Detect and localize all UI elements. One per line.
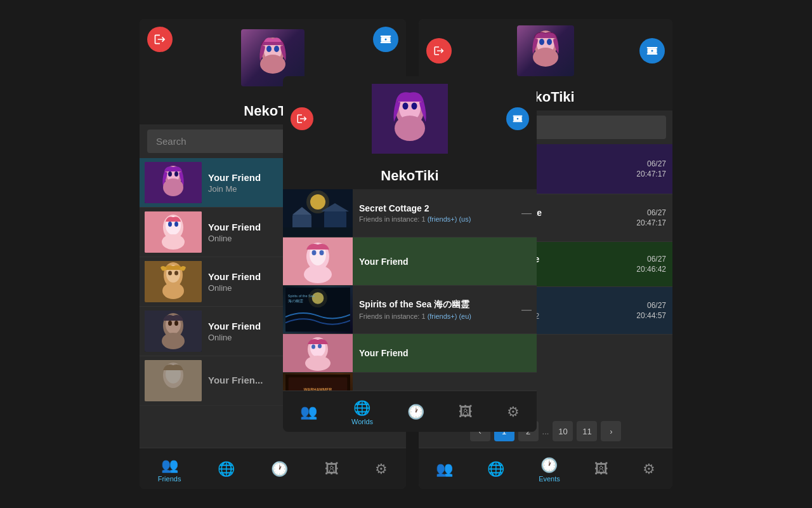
logout-button[interactable] <box>147 27 173 52</box>
right-logout-button[interactable] <box>426 38 452 64</box>
middle-logout-button[interactable] <box>291 107 313 130</box>
event-date: 06/27 <box>636 208 666 217</box>
svg-point-65 <box>318 344 322 349</box>
nav-settings[interactable]: ⚙ <box>367 458 395 481</box>
right-nav-settings[interactable]: ⚙ <box>635 458 663 481</box>
svg-rect-5 <box>381 36 391 37</box>
svg-text:WARHAMMER: WARHAMMER <box>304 387 332 391</box>
event-date: 06/27 <box>636 301 666 310</box>
world-item[interactable]: Spirits of the Sea 海の幽霊 Spirits of the S… <box>283 286 537 334</box>
world-name: Spirits of the Sea 海の幽霊 <box>359 299 515 311</box>
right-nav-gallery[interactable]: 🖼 <box>587 458 616 481</box>
page-ellipsis: ... <box>542 427 549 436</box>
event-time: 06/27 20:47:17 <box>630 194 672 241</box>
nav-history[interactable]: 🕐 <box>263 458 296 481</box>
svg-point-75 <box>547 39 552 45</box>
svg-point-3 <box>274 46 279 52</box>
event-date: 06/27 <box>636 159 666 168</box>
friend-avatar <box>145 211 202 253</box>
nav-friends[interactable]: 👥 Friends <box>150 455 189 485</box>
friend-row-thumbnail <box>283 237 353 285</box>
svg-point-10 <box>168 171 172 177</box>
svg-point-66 <box>305 356 331 371</box>
friend-row-name: Your Friend <box>353 348 409 358</box>
nav-friends-label: Friends <box>158 475 181 483</box>
world-name: Secret Cottage 2 <box>359 203 515 213</box>
worlds-icon: 🌐 <box>218 461 235 478</box>
world-thumbnail: WARHAMMER 40,000 <box>283 373 353 391</box>
nav-worlds[interactable]: 🌐 <box>210 458 242 481</box>
right-nav-events[interactable]: 🕐 Events <box>531 455 568 485</box>
nav-gallery[interactable]: 🖼 <box>317 458 346 481</box>
world-item[interactable]: WARHAMMER 40,000 Vehicular Avatar World <box>283 373 537 391</box>
svg-point-30 <box>162 333 185 349</box>
settings-icon: ⚙ <box>643 461 655 478</box>
world-friends: Friends in instance: 1 (friends+) (eu) <box>359 312 515 320</box>
svg-point-22 <box>168 271 172 276</box>
friends-icon: 👥 <box>161 457 178 474</box>
world-dash: — <box>521 304 532 316</box>
gallery-icon: 🖼 <box>325 461 339 478</box>
right-nav-friends[interactable]: 👥 <box>428 458 461 481</box>
friend-avatar <box>145 360 202 401</box>
right-settings-button[interactable] <box>639 38 665 64</box>
settings-button[interactable] <box>373 27 398 52</box>
friend-row[interactable]: Your Friend <box>283 334 537 373</box>
middle-nav-history[interactable]: 🕐 <box>400 401 432 424</box>
svg-rect-40 <box>513 116 523 117</box>
friend-row-thumbnail <box>283 334 353 372</box>
middle-nav-gallery[interactable]: 🖼 <box>451 401 480 424</box>
middle-panel: NekoTiki Secret Cottage 2 Friends <box>283 76 537 432</box>
friend-avatar <box>145 311 202 352</box>
right-bottom-nav: 👥 🌐 🕐 Events 🖼 ⚙ <box>419 448 672 489</box>
history-icon: 🕐 <box>407 404 424 420</box>
friend-row-name: Your Friend <box>353 257 409 267</box>
svg-point-4 <box>260 55 285 74</box>
settings-icon: ⚙ <box>507 404 520 420</box>
page-11-button[interactable]: 11 <box>577 421 597 441</box>
page-next-button[interactable]: › <box>601 421 621 441</box>
svg-text:海の幽霊: 海の幽霊 <box>288 299 303 303</box>
gallery-icon: 🖼 <box>459 404 473 420</box>
svg-point-23 <box>174 271 178 276</box>
settings-icon: ⚙ <box>375 461 388 478</box>
middle-bottom-nav: 👥 🌐 Worlds 🕐 🖼 ⚙ <box>283 391 537 432</box>
svg-point-38 <box>412 103 417 110</box>
svg-point-12 <box>163 178 183 196</box>
middle-avatar <box>372 84 448 154</box>
svg-point-2 <box>266 46 272 52</box>
middle-worlds-label: Worlds <box>351 418 373 425</box>
world-info: Vehicular Avatar World <box>353 387 537 391</box>
right-avatar <box>517 25 574 76</box>
svg-point-29 <box>174 321 178 326</box>
svg-rect-77 <box>647 47 658 48</box>
svg-point-17 <box>174 222 178 227</box>
friends-icon: 👥 <box>300 404 317 420</box>
world-thumbnail: Spirits of the Sea 海の幽霊 <box>283 286 353 333</box>
right-nav-worlds[interactable]: 🌐 <box>480 458 512 481</box>
middle-username: NekoTiki <box>283 161 537 189</box>
world-info: Spirits of the Sea 海の幽霊 Friends in insta… <box>353 294 521 325</box>
svg-point-18 <box>162 234 185 250</box>
svg-point-24 <box>162 283 184 299</box>
svg-point-11 <box>174 171 178 177</box>
middle-settings-button[interactable] <box>506 107 529 130</box>
friend-row[interactable]: Your Friend <box>283 237 537 286</box>
svg-point-53 <box>312 250 317 255</box>
event-hour: 20:44:57 <box>636 311 666 320</box>
event-hour: 20:47:17 <box>636 218 666 227</box>
page-10-button[interactable]: 10 <box>553 421 573 441</box>
svg-point-74 <box>539 39 544 45</box>
svg-text:Spirits of the Sea: Spirits of the Sea <box>288 294 315 298</box>
world-item[interactable]: Secret Cottage 2 Friends in instance: 1 … <box>283 189 537 237</box>
svg-rect-6 <box>381 42 391 43</box>
event-date: 06/27 <box>636 255 666 264</box>
middle-nav-settings[interactable]: ⚙ <box>499 401 527 424</box>
worlds-list: Secret Cottage 2 Friends in instance: 1 … <box>283 189 537 391</box>
history-icon: 🕐 <box>271 461 288 478</box>
middle-nav-worlds[interactable]: 🌐 Worlds <box>344 398 381 428</box>
middle-nav-friends[interactable]: 👥 <box>292 401 325 424</box>
right-events-label: Events <box>539 475 560 483</box>
svg-point-39 <box>395 116 425 141</box>
event-time: 06/27 20:46:42 <box>630 242 672 286</box>
